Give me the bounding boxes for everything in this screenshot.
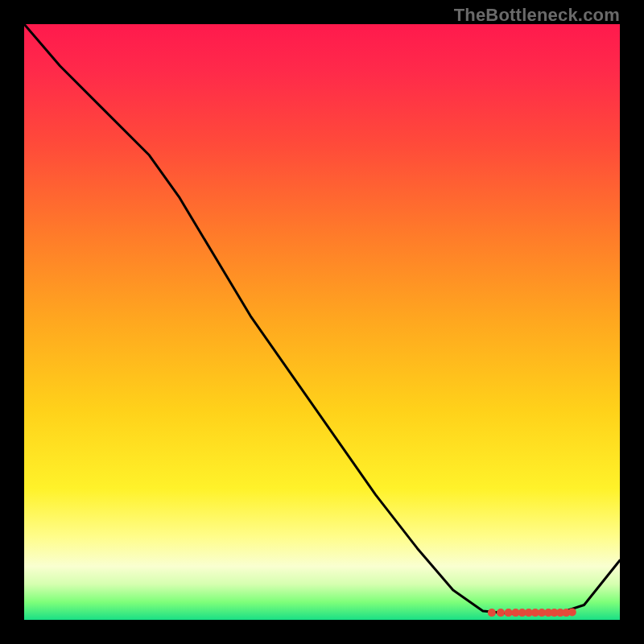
chart-svg [24,24,620,620]
marker-point [551,609,559,617]
marker-point [556,609,564,617]
series-layer [24,24,620,617]
marker-point [497,609,505,617]
marker-point [544,609,552,617]
marker-point [562,609,570,617]
marker-point [518,609,526,617]
marker-point [538,609,546,617]
marker-point [531,609,539,617]
marker-point [488,609,496,617]
chart-frame: TheBottleneck.com [0,0,644,644]
marker-point [505,609,513,617]
marker-point [512,609,520,617]
plot-area [24,24,620,620]
line-series [24,24,620,614]
marker-point [525,609,533,617]
watermark-text: TheBottleneck.com [454,5,620,26]
marker-point [568,608,576,616]
